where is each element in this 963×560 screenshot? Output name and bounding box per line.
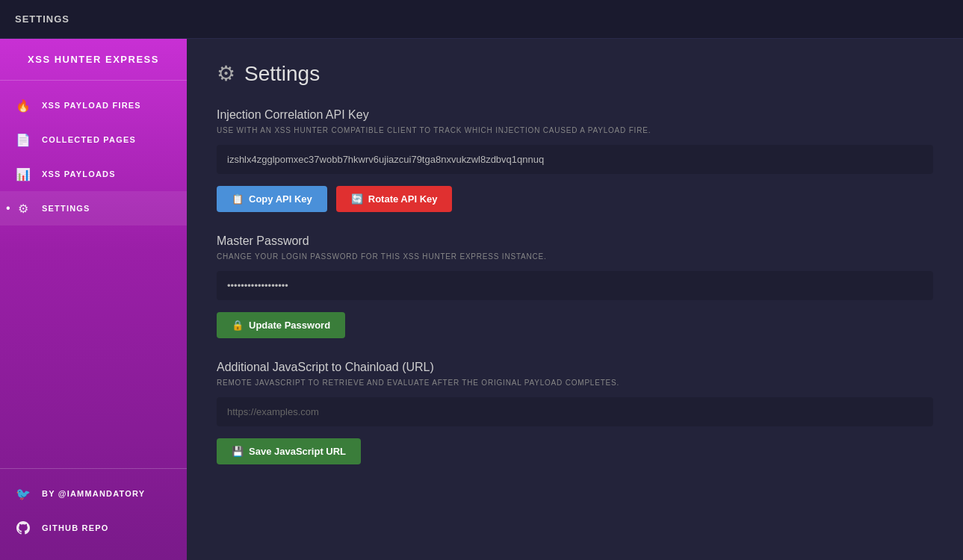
rotate-api-key-button[interactable]: 🔄 Rotate API Key — [336, 186, 453, 212]
copy-api-key-button[interactable]: 📋 Copy API Key — [217, 186, 327, 212]
sidebar-item-label: XSS PAYLOADS — [42, 169, 116, 178]
api-key-input[interactable] — [217, 145, 933, 174]
master-password-btn-row: 🔒 Update Password — [217, 312, 933, 338]
api-key-section: Injection Correlation API Key USE WITH A… — [217, 108, 933, 212]
chainload-btn-row: 💾 Save JavaScript URL — [217, 438, 933, 464]
sidebar-brand: XSS HUNTER EXPRESS — [0, 39, 187, 81]
sidebar-item-label: COLLECTED PAGES — [42, 135, 136, 144]
rotate-icon: 🔄 — [351, 193, 363, 205]
payload-icon: 📊 — [15, 166, 31, 182]
update-password-button[interactable]: 🔒 Update Password — [217, 312, 345, 338]
page-icon: 📄 — [15, 131, 31, 148]
api-key-title: Injection Correlation API Key — [217, 108, 933, 122]
sidebar-nav: 🔥 XSS PAYLOAD FIRES 📄 COLLECTED PAGES 📊 … — [0, 81, 187, 468]
sidebar-footer: 🐦 BY @IAMMANDATORY GITHUB REPO — [0, 468, 187, 560]
save-icon: 💾 — [232, 446, 244, 457]
sidebar-footer-label: GITHUB REPO — [42, 523, 109, 532]
content-area: ⚙ Settings Injection Correlation API Key… — [187, 39, 963, 560]
sidebar: XSS HUNTER EXPRESS 🔥 XSS PAYLOAD FIRES 📄… — [0, 39, 187, 560]
twitter-icon: 🐦 — [15, 485, 31, 502]
page-header-settings-icon: ⚙ — [217, 61, 235, 86]
lock-icon: 🔒 — [232, 320, 244, 331]
main-layout: XSS HUNTER EXPRESS 🔥 XSS PAYLOAD FIRES 📄… — [0, 39, 963, 560]
sidebar-item-twitter[interactable]: 🐦 BY @IAMMANDATORY — [0, 476, 187, 511]
settings-icon: ⚙ — [15, 200, 31, 217]
sidebar-item-label: XSS PAYLOAD FIRES — [42, 101, 141, 110]
master-password-title: Master Password — [217, 234, 933, 248]
sidebar-item-settings[interactable]: ⚙ SETTINGS — [0, 191, 187, 225]
master-password-input[interactable] — [217, 271, 933, 300]
sidebar-item-collected-pages[interactable]: 📄 COLLECTED PAGES — [0, 122, 187, 157]
github-icon — [15, 520, 31, 536]
chainload-section: Additional JavaScript to Chainload (URL)… — [217, 361, 933, 464]
sidebar-item-github[interactable]: GITHUB REPO — [0, 511, 187, 545]
chainload-title: Additional JavaScript to Chainload (URL) — [217, 361, 933, 374]
page-title: Settings — [244, 62, 320, 86]
master-password-section: Master Password CHANGE YOUR LOGIN PASSWO… — [217, 234, 933, 338]
topbar: SETTINGS — [0, 0, 963, 39]
api-key-btn-row: 📋 Copy API Key 🔄 Rotate API Key — [217, 186, 933, 212]
sidebar-item-xss-payload-fires[interactable]: 🔥 XSS PAYLOAD FIRES — [0, 88, 187, 122]
page-header: ⚙ Settings — [217, 61, 933, 86]
sidebar-item-xss-payloads[interactable]: 📊 XSS PAYLOADS — [0, 157, 187, 191]
topbar-title: SETTINGS — [15, 13, 69, 25]
copy-icon: 📋 — [232, 193, 244, 205]
api-key-subtitle: USE WITH AN XSS HUNTER COMPATIBLE CLIENT… — [217, 126, 933, 134]
sidebar-footer-label: BY @IAMMANDATORY — [42, 489, 145, 498]
fire-icon: 🔥 — [15, 97, 31, 113]
chainload-url-input[interactable] — [217, 397, 933, 426]
sidebar-item-label: SETTINGS — [42, 204, 90, 213]
chainload-subtitle: REMOTE JAVASCRIPT TO RETRIEVE AND EVALUA… — [217, 379, 933, 387]
save-javascript-url-button[interactable]: 💾 Save JavaScript URL — [217, 438, 361, 464]
master-password-subtitle: CHANGE YOUR LOGIN PASSWORD FOR THIS XSS … — [217, 252, 933, 261]
